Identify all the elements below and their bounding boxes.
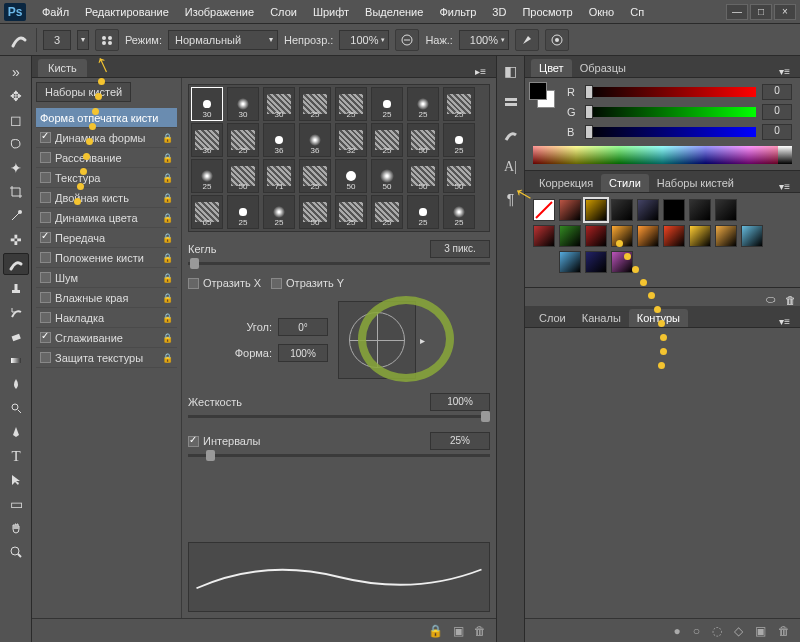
brush-tip-cell[interactable]: 25	[227, 123, 259, 157]
menu-image[interactable]: Изображение	[177, 6, 262, 18]
menu-file[interactable]: Файл	[34, 6, 77, 18]
brush-tip-cell[interactable]: 71	[263, 159, 295, 193]
brush-tip-cell[interactable]: 50	[407, 123, 439, 157]
delete-path-icon[interactable]: 🗑	[778, 624, 790, 638]
brush-tip-cell[interactable]: 30	[227, 87, 259, 121]
lock-icon[interactable]: 🔒	[428, 624, 443, 638]
b-slider[interactable]	[585, 127, 756, 137]
trash-icon[interactable]: 🗑	[474, 624, 486, 638]
opacity-field[interactable]: 100%	[339, 30, 389, 50]
menu-help[interactable]: Сп	[622, 6, 652, 18]
brush-presets-tab[interactable]: Наборы кистей	[649, 174, 742, 192]
brush-tool[interactable]	[3, 253, 29, 275]
hand-tool[interactable]	[3, 517, 29, 539]
flip-x-checkbox[interactable]: Отразить X	[188, 277, 261, 289]
menu-window[interactable]: Окно	[581, 6, 623, 18]
roundness-field[interactable]	[278, 344, 328, 362]
brush-tip-cell[interactable]: 50	[335, 159, 367, 193]
brush-tip-cell[interactable]: 25	[263, 195, 295, 229]
menu-3d[interactable]: 3D	[484, 6, 514, 18]
adjustments-tab[interactable]: Коррекция	[531, 174, 601, 192]
color-tab[interactable]: Цвет	[531, 59, 572, 77]
airbrush-button[interactable]	[515, 29, 539, 51]
brush-tip-cell[interactable]: 30	[191, 87, 223, 121]
brush-tip-cell[interactable]: 25	[335, 87, 367, 121]
swatches-tab[interactable]: Образцы	[572, 59, 634, 77]
brush-setting-row[interactable]: Форма отпечатка кисти	[36, 108, 177, 128]
brush-tip-cell[interactable]: 25	[299, 159, 331, 193]
brush-tip-cell[interactable]: 36	[299, 123, 331, 157]
b-field[interactable]: 0	[762, 124, 792, 140]
brush-tip-cell[interactable]: 25	[443, 195, 475, 229]
eraser-tool[interactable]	[3, 325, 29, 347]
crop-tool[interactable]	[3, 181, 29, 203]
marquee-tool[interactable]: ◻	[3, 109, 29, 131]
brush-setting-row[interactable]: Текстура🔒	[36, 168, 177, 188]
panel-menu-icon[interactable]: ▾≡	[775, 66, 794, 77]
menu-type[interactable]: Шрифт	[305, 6, 357, 18]
menu-filter[interactable]: Фильтр	[431, 6, 484, 18]
panel-menu-icon[interactable]: ▾≡	[775, 181, 794, 192]
type-tool[interactable]: T	[3, 445, 29, 467]
fg-bg-swatch[interactable]	[529, 82, 555, 108]
make-path-icon[interactable]: ◇	[734, 624, 743, 638]
link-icon[interactable]: ⬭	[766, 293, 775, 306]
brush-tip-cell[interactable]: 50	[371, 159, 403, 193]
brush-setting-row[interactable]: Передача🔒	[36, 228, 177, 248]
r-field[interactable]: 0	[762, 84, 792, 100]
path-select-tool[interactable]	[3, 469, 29, 491]
layers-tab[interactable]: Слои	[531, 309, 574, 327]
menu-view[interactable]: Просмотр	[514, 6, 580, 18]
brush-tip-cell[interactable]: 25	[407, 195, 439, 229]
color-spectrum[interactable]	[533, 146, 792, 164]
brush-setting-row[interactable]: Накладка🔒	[36, 308, 177, 328]
brush-panel-toggle-button[interactable]	[95, 29, 119, 51]
strip-histogram-icon[interactable]: ◧	[500, 62, 522, 80]
panel-menu-icon[interactable]: ▸≡	[471, 66, 490, 77]
strip-paragraph-icon[interactable]: ¶	[500, 190, 522, 208]
style-swatch[interactable]	[637, 199, 659, 221]
style-swatch[interactable]	[663, 199, 685, 221]
spacing-checkbox[interactable]: Интервалы	[188, 435, 260, 447]
brush-tip-cell[interactable]: 25	[443, 87, 475, 121]
brush-tip-cell[interactable]: 50	[407, 159, 439, 193]
brush-tip-cell[interactable]: 25	[299, 87, 331, 121]
brush-tip-cell[interactable]: 25	[407, 87, 439, 121]
strip-character-icon[interactable]: A|	[500, 158, 522, 176]
brush-setting-row[interactable]: Шум🔒	[36, 268, 177, 288]
style-swatch[interactable]	[559, 199, 581, 221]
brush-tip-grid[interactable]: 3030302525252525362536363225502525507125…	[188, 84, 490, 232]
zoom-tool[interactable]	[3, 541, 29, 563]
brush-tip-cell[interactable]: 25	[371, 123, 403, 157]
brush-tip-cell[interactable]: 30	[263, 87, 295, 121]
flow-field[interactable]: 100%	[459, 30, 509, 50]
style-swatch[interactable]	[585, 225, 607, 247]
brush-presets-button[interactable]: Наборы кистей	[36, 82, 131, 102]
brush-setting-row[interactable]: Динамика формы🔒	[36, 128, 177, 148]
style-swatch[interactable]	[741, 225, 763, 247]
angle-field[interactable]	[278, 318, 328, 336]
blend-mode-select[interactable]: Нормальный	[168, 30, 278, 50]
path-to-selection-icon[interactable]: ◌	[712, 624, 722, 638]
opacity-pressure-button[interactable]	[395, 29, 419, 51]
spacing-slider[interactable]	[188, 454, 490, 457]
g-slider[interactable]	[585, 107, 756, 117]
brush-setting-row[interactable]: Динамика цвета🔒	[36, 208, 177, 228]
brush-setting-row[interactable]: Двойная кисть🔒	[36, 188, 177, 208]
style-swatch[interactable]	[689, 225, 711, 247]
window-minimize-button[interactable]: —	[726, 4, 748, 20]
hardness-field[interactable]: 100%	[430, 393, 490, 411]
style-swatch[interactable]	[715, 199, 737, 221]
fill-path-icon[interactable]: ●	[674, 624, 681, 638]
brush-tip-cell[interactable]: 491	[191, 231, 223, 232]
g-field[interactable]: 0	[762, 104, 792, 120]
brush-tip-cell[interactable]: 48	[335, 231, 367, 232]
new-path-icon[interactable]: ▣	[755, 624, 766, 638]
angle-widget[interactable]: ▸	[338, 301, 416, 379]
menu-layers[interactable]: Слои	[262, 6, 305, 18]
brush-tip-cell[interactable]: 25	[443, 123, 475, 157]
style-swatch[interactable]	[663, 225, 685, 247]
brush-tip-cell[interactable]: 25	[227, 195, 259, 229]
brush-tip-cell[interactable]: 65	[191, 195, 223, 229]
brush-tip-cell[interactable]: 275	[407, 231, 439, 232]
